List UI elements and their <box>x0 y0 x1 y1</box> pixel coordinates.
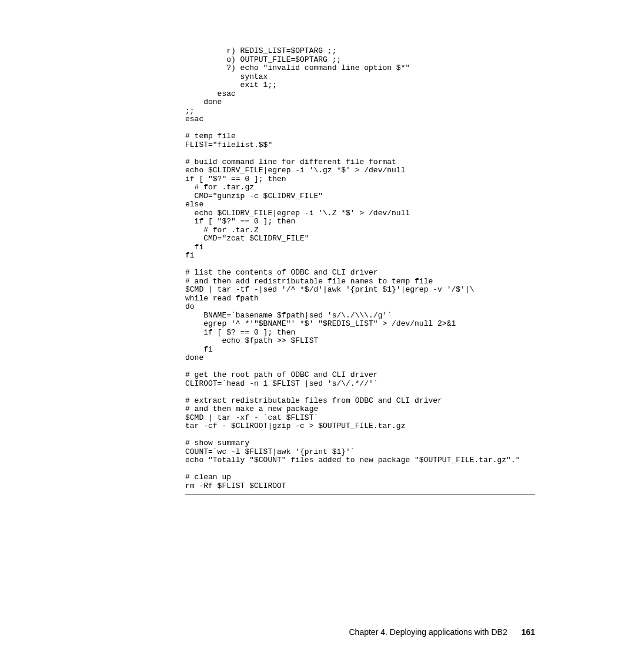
page-number: 161 <box>522 627 535 637</box>
code-block: r) REDIS_LIST=$OPTARG ;; o) OUTPUT_FILE=… <box>185 47 535 494</box>
chapter-title: Chapter 4. Deploying applications with D… <box>349 627 507 637</box>
page-footer: Chapter 4. Deploying applications with D… <box>349 627 535 637</box>
page-body: r) REDIS_LIST=$OPTARG ;; o) OUTPUT_FILE=… <box>0 0 635 494</box>
